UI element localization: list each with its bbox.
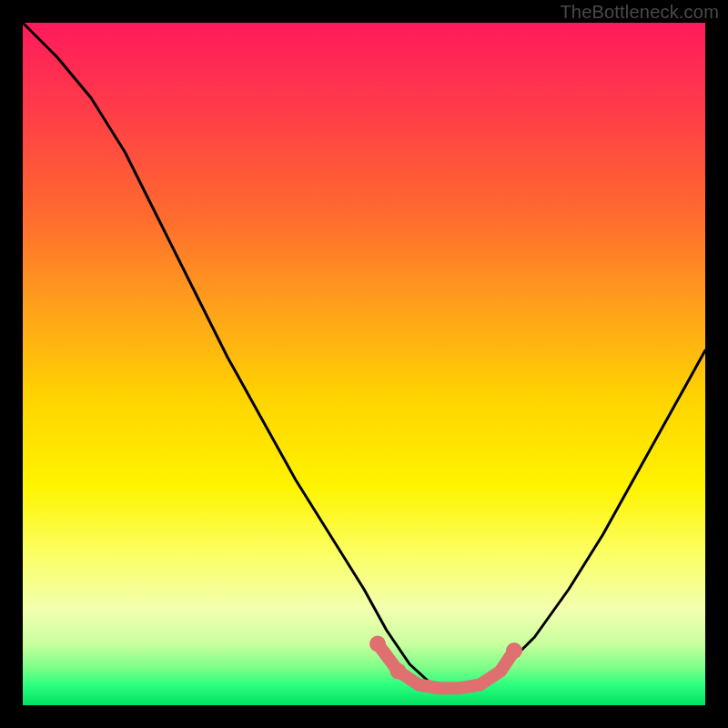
marker-2 bbox=[506, 642, 522, 659]
marker-1 bbox=[390, 663, 407, 680]
chart-svg bbox=[23, 23, 705, 705]
chart-frame: TheBottleneck.com bbox=[0, 0, 728, 728]
series-curve-black bbox=[23, 23, 705, 688]
marker-0 bbox=[369, 636, 386, 652]
series-layer bbox=[23, 23, 705, 688]
plot-area bbox=[23, 23, 705, 705]
watermark-label: TheBottleneck.com bbox=[560, 2, 719, 23]
